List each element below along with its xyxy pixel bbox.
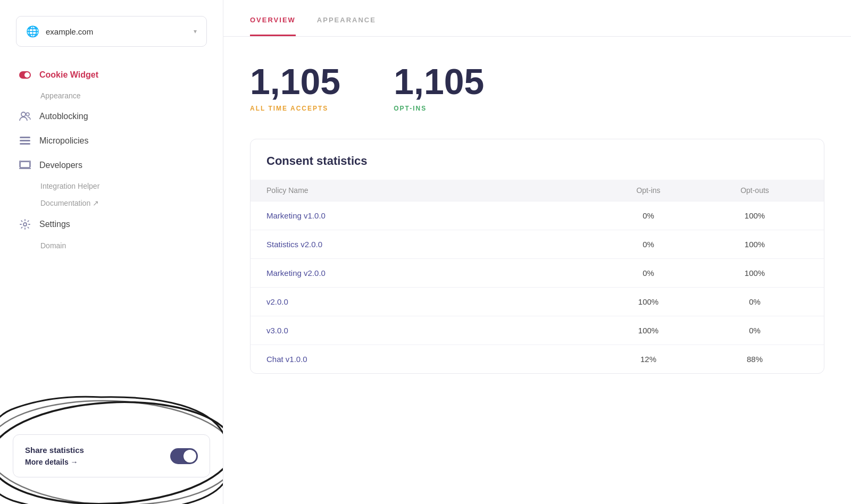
opt-outs-cell: 100% (702, 211, 808, 220)
policy-name-cell[interactable]: Chat v1.0.0 (266, 355, 595, 364)
svg-point-1 (24, 72, 30, 78)
opt-ins-cell: 0% (595, 211, 702, 220)
sidebar-subitem-documentation[interactable]: Documentation ↗ (11, 195, 212, 212)
opt-ins-cell: 100% (595, 297, 702, 306)
sidebar-nav: Cookie Widget Appearance Autoblocking (0, 63, 223, 254)
top-nav: OVERVIEW APPEARANCE (223, 0, 851, 37)
settings-label: Settings (39, 220, 70, 229)
stat-opt-ins: 1,105 OPT-INS (394, 63, 484, 112)
more-details-link[interactable]: More details → (25, 458, 170, 466)
policy-name-cell[interactable]: Marketing v2.0.0 (266, 268, 595, 278)
sidebar-subitem-integration-helper[interactable]: Integration Helper (11, 178, 212, 195)
table-row: Chat v1.0.0 12% 88% (251, 345, 824, 373)
sidebar-item-micropolicies[interactable]: Micropolicies (11, 129, 212, 153)
content-area: 1,105 ALL TIME ACCEPTS 1,105 OPT-INS Con… (223, 37, 851, 395)
opt-outs-cell: 100% (702, 240, 808, 249)
table-row: Statistics v2.0.0 0% 100% (251, 230, 824, 258)
share-stats-content: Share statistics More details → (25, 446, 170, 466)
sidebar: 🌐 example.com ▾ Cookie Widget Appearance (0, 0, 223, 504)
header-opt-outs: Opt-outs (702, 186, 808, 195)
globe-icon: 🌐 (26, 25, 39, 38)
svg-point-2 (21, 112, 26, 116)
sidebar-item-cookie-widget[interactable]: Cookie Widget (11, 63, 212, 87)
sidebar-item-settings[interactable]: Settings (11, 212, 212, 237)
share-statistics-box: Share statistics More details → (13, 434, 210, 477)
laptop-icon (18, 161, 32, 170)
consent-section-title: Consent statistics (251, 139, 824, 180)
svg-rect-6 (20, 143, 30, 145)
opt-ins-cell: 0% (595, 240, 702, 249)
table-body: Marketing v1.0.0 0% 100% Statistics v2.0… (251, 201, 824, 373)
sidebar-item-autoblocking[interactable]: Autoblocking (11, 104, 212, 129)
table-row: Marketing v1.0.0 0% 100% (251, 201, 824, 230)
consent-statistics-section: Consent statistics Policy Name Opt-ins O… (250, 139, 824, 374)
opt-outs-cell: 88% (702, 355, 808, 364)
sidebar-subitem-appearance[interactable]: Appearance (11, 87, 212, 104)
opt-outs-cell: 100% (702, 268, 808, 278)
policy-name-cell[interactable]: v3.0.0 (266, 326, 595, 335)
policy-name-cell[interactable]: Marketing v1.0.0 (266, 211, 595, 220)
share-stats-toggle[interactable] (170, 448, 198, 464)
svg-point-9 (23, 223, 27, 226)
chevron-down-icon: ▾ (194, 28, 197, 35)
sidebar-item-developers[interactable]: Developers (11, 153, 212, 178)
opt-ins-cell: 0% (595, 268, 702, 278)
svg-rect-5 (20, 140, 30, 141)
svg-rect-4 (20, 137, 30, 138)
stat-all-time-accepts: 1,105 ALL TIME ACCEPTS (250, 63, 340, 112)
tab-overview[interactable]: OVERVIEW (250, 16, 296, 36)
opt-outs-cell: 0% (702, 326, 808, 335)
table-row: v3.0.0 100% 0% (251, 316, 824, 345)
gear-icon (18, 219, 32, 230)
optins-number: 1,105 (394, 63, 484, 99)
tab-appearance[interactable]: APPEARANCE (317, 16, 376, 36)
header-policy-name: Policy Name (266, 186, 595, 195)
list-icon (18, 137, 32, 145)
opt-outs-cell: 0% (702, 297, 808, 306)
policy-name-cell[interactable]: v2.0.0 (266, 297, 595, 306)
stats-row: 1,105 ALL TIME ACCEPTS 1,105 OPT-INS (250, 63, 824, 112)
micropolicies-label: Micropolicies (39, 136, 88, 146)
developers-label: Developers (39, 161, 82, 170)
sidebar-subitem-domain[interactable]: Domain (11, 237, 212, 254)
domain-selector[interactable]: 🌐 example.com ▾ (16, 16, 207, 47)
domain-name: example.com (46, 27, 187, 36)
opt-ins-cell: 100% (595, 326, 702, 335)
header-opt-ins: Opt-ins (595, 186, 702, 195)
table-header: Policy Name Opt-ins Opt-outs (251, 180, 824, 201)
cookie-widget-label: Cookie Widget (39, 70, 98, 80)
opt-ins-cell: 12% (595, 355, 702, 364)
table-row: v2.0.0 100% 0% (251, 287, 824, 316)
main-content: OVERVIEW APPEARANCE 1,105 ALL TIME ACCEP… (223, 0, 851, 504)
table-row: Marketing v2.0.0 0% 100% (251, 258, 824, 287)
share-stats-title: Share statistics (25, 446, 170, 455)
policy-name-cell[interactable]: Statistics v2.0.0 (266, 240, 595, 249)
toggle-icon (18, 71, 32, 79)
accepts-label: ALL TIME ACCEPTS (250, 105, 340, 112)
svg-point-3 (26, 113, 29, 116)
accepts-number: 1,105 (250, 63, 340, 99)
autoblocking-label: Autoblocking (39, 112, 88, 121)
people-icon (18, 112, 32, 121)
optins-label: OPT-INS (394, 105, 484, 112)
